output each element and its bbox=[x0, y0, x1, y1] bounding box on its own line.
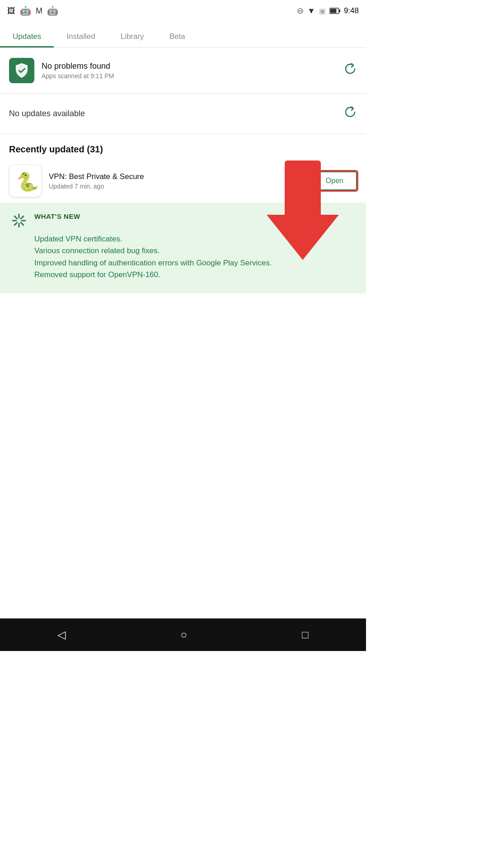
svg-text:🐍: 🐍 bbox=[16, 171, 38, 193]
red-arrow-annotation bbox=[267, 160, 339, 260]
svg-line-6 bbox=[21, 216, 23, 219]
battery-icon bbox=[329, 7, 340, 14]
back-button[interactable]: ◁ bbox=[57, 628, 66, 641]
recents-button[interactable]: □ bbox=[302, 628, 309, 641]
svg-rect-2 bbox=[330, 9, 336, 13]
tab-updates[interactable]: Updates bbox=[0, 32, 54, 47]
app-name: VPN: Best Private & Secure bbox=[49, 172, 300, 181]
svg-line-12 bbox=[14, 216, 17, 219]
tab-bar: Updates Installed Library Beta bbox=[0, 22, 366, 48]
time-display: 9:48 bbox=[344, 6, 359, 15]
status-icons-left: 🖼 🤖 M 🤖 bbox=[7, 5, 58, 16]
svg-rect-1 bbox=[339, 9, 340, 12]
tab-beta[interactable]: Beta bbox=[157, 32, 198, 47]
app-updated-time: Updated 7 min. ago bbox=[49, 183, 300, 190]
app-icon-vpn: 🐍 bbox=[9, 165, 42, 197]
updates-refresh-button[interactable] bbox=[343, 105, 357, 122]
wifi-icon: ▼ bbox=[307, 6, 315, 16]
app-info: VPN: Best Private & Secure Updated 7 min… bbox=[49, 172, 300, 190]
robot-icon: 🤖 bbox=[20, 5, 31, 16]
whats-new-icon bbox=[11, 212, 27, 229]
security-text: No problems found Apps scanned at 9:11 P… bbox=[42, 61, 357, 80]
no-updates-label: No updates available bbox=[9, 109, 85, 118]
bottom-navigation: ◁ ○ □ bbox=[0, 618, 366, 651]
gmail-icon: M bbox=[36, 6, 42, 16]
svg-line-8 bbox=[21, 222, 23, 225]
dnd-icon: ⊖ bbox=[297, 6, 304, 16]
tab-library[interactable]: Library bbox=[108, 32, 157, 47]
security-refresh-button[interactable] bbox=[343, 62, 357, 79]
status-icons-right: ⊖ ▼ ▣ 9:48 bbox=[297, 6, 359, 16]
signal-icon: ▣ bbox=[319, 7, 326, 15]
tab-installed[interactable]: Installed bbox=[54, 32, 108, 47]
home-button[interactable]: ○ bbox=[180, 628, 187, 641]
recently-updated-header: Recently updated (31) bbox=[0, 134, 366, 159]
security-subtitle: Apps scanned at 9:11 PM bbox=[42, 72, 357, 80]
image-icon: 🖼 bbox=[7, 6, 15, 16]
security-section: No problems found Apps scanned at 9:11 P… bbox=[0, 48, 366, 94]
robot2-icon: 🤖 bbox=[47, 5, 58, 16]
svg-line-10 bbox=[14, 222, 17, 225]
no-updates-section: No updates available bbox=[0, 94, 366, 134]
shield-icon bbox=[9, 58, 34, 83]
status-bar: 🖼 🤖 M 🤖 ⊖ ▼ ▣ 9:48 bbox=[0, 0, 366, 22]
security-title: No problems found bbox=[42, 61, 357, 71]
whats-new-title: WHAT'S NEW bbox=[34, 212, 80, 220]
